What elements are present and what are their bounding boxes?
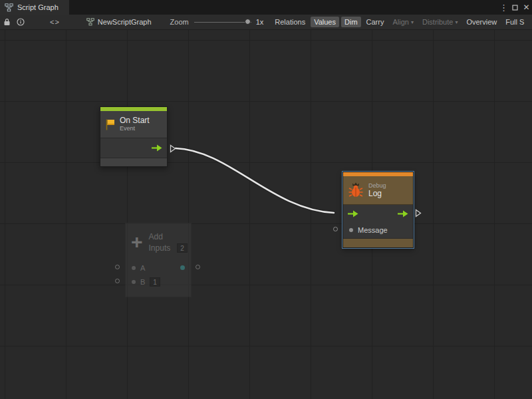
port-circle[interactable] [115,265,120,269]
flow-port-row [343,205,413,222]
plus-icon: + [131,232,143,252]
message-port-label: Message [358,226,388,234]
close-icon[interactable]: ✕ [521,0,532,15]
toolbar-button-dim[interactable]: Dim [341,17,361,27]
graph-canvas[interactable]: On Start Event Debug [0,30,532,399]
input-count-field[interactable]: 2 [177,243,188,253]
chevron-down-icon: ▾ [455,19,458,25]
edit-code-icon[interactable]: <> [50,18,60,26]
port-b-label: B [140,278,145,286]
tab-label: Script Graph [17,3,59,11]
window-menu-icon[interactable]: ⋮ [498,0,509,15]
node-header: Debug Log [343,176,413,205]
title-word-2: Inputs [149,243,171,253]
node-footer-strip [100,158,167,166]
port-row-a: A [126,261,191,275]
port-circle[interactable] [115,279,120,283]
node-titles: Add Inputs 2 [149,232,188,253]
connection-wire-shadow [176,148,334,213]
graph-reference[interactable]: NewScriptGraph [86,18,152,26]
value-output-port-dot[interactable] [180,265,185,270]
distribute-label: Distribute [422,18,453,26]
titlebar-spacer [69,0,498,15]
script-graph-icon [5,3,13,12]
bug-icon [347,182,364,199]
lock-icon[interactable] [3,18,11,26]
toolbar-button-relations[interactable]: Relations [271,17,309,27]
value-port-dot[interactable] [349,228,353,232]
node-add-inputs-preview[interactable]: + Add Inputs 2 A B 1 [125,223,192,297]
align-label: Align [392,18,408,26]
node-debug-log[interactable]: Debug Log Message [342,172,414,248]
title-word-1: Add [149,232,188,241]
chevron-down-icon: ▾ [411,19,414,25]
toolbar-button-distribute[interactable]: Distribute ▾ [419,17,461,27]
info-icon[interactable] [17,18,25,26]
zoom-value: 1x [256,18,264,26]
node-on-start[interactable]: On Start Event [100,106,168,167]
node-footer-strip [343,238,413,247]
node-subtitle: Event [120,125,150,132]
graph-asset-icon [86,18,94,26]
node-header: + Add Inputs 2 [126,223,191,261]
toolbar-button-carry[interactable]: Carry [363,17,388,27]
port-b-value-field[interactable]: 1 [150,277,160,287]
node-titles: On Start Event [120,116,150,132]
node-title: On Start [120,116,150,125]
graph-toolbar: <> NewScriptGraph Zoom 1x Relations Valu… [0,15,532,30]
flow-output-arrow-icon[interactable] [398,210,408,217]
maximize-icon[interactable] [509,0,521,15]
toolbar-button-values[interactable]: Values [311,17,339,27]
port-a-label: A [140,264,145,272]
flow-output-arrow-icon[interactable] [152,144,162,152]
toolbar-buttons: Relations Values Dim Carry Align ▾ Distr… [271,17,527,27]
value-port-dot[interactable] [132,280,136,284]
zoom-slider-track [194,22,251,23]
node-header: On Start Event [100,111,167,138]
flag-icon [104,118,116,131]
toolbar-button-overview[interactable]: Overview [463,17,500,27]
tab-script-graph[interactable]: Script Graph [0,0,69,15]
graph-name-label: NewScriptGraph [98,18,152,26]
message-input-port-circle[interactable] [333,227,338,231]
toolbar-button-fullscreen[interactable]: Full S [502,17,527,27]
wire-layer [0,30,532,399]
port-circle[interactable] [196,265,200,269]
port-row-b: B 1 [126,275,191,289]
message-port-row: Message [343,222,413,238]
flow-port-row [100,138,167,158]
zoom-label: Zoom [170,18,189,26]
trigger-output-port-triangle[interactable] [415,209,422,217]
toolbar-button-align[interactable]: Align ▾ [389,17,416,27]
flow-input-arrow-icon[interactable] [348,210,358,217]
node-title: Log [368,190,386,198]
node-titles: Debug Log [368,182,386,198]
trigger-output-port-triangle[interactable] [170,144,176,153]
zoom-slider-knob[interactable] [245,19,251,25]
value-port-dot[interactable] [132,266,136,270]
zoom-slider[interactable] [194,19,251,26]
window-titlebar: Script Graph ⋮ ✕ [0,0,532,15]
